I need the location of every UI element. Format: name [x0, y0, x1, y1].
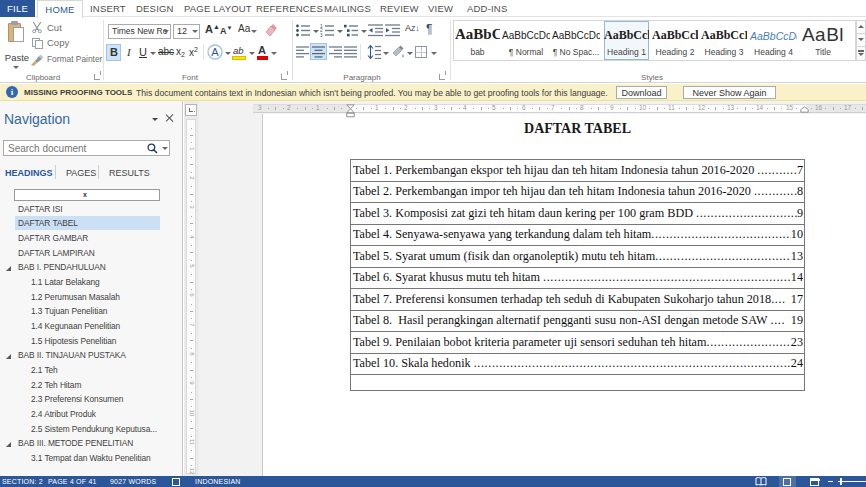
svg-text:3: 3 [320, 33, 323, 37]
svg-text:A: A [211, 46, 219, 58]
